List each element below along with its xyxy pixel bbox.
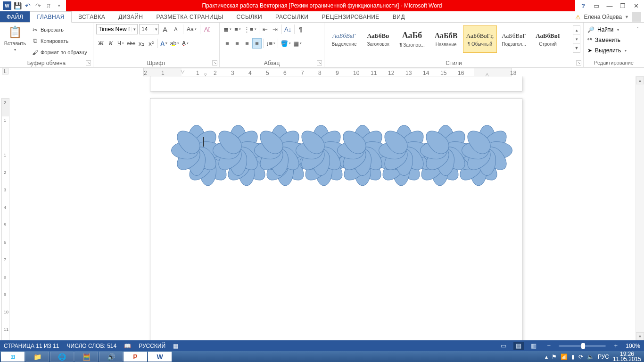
justify-button[interactable]: ≡	[252, 38, 262, 49]
underline-button[interactable]: Ч▾	[116, 38, 125, 49]
scroll-up-icon[interactable]: ▴	[636, 76, 644, 84]
styles-scroll[interactable]: ▴ ▾ ▼	[573, 25, 580, 53]
sync-icon[interactable]: ⟳	[578, 354, 583, 360]
zoom-in-icon[interactable]: +	[611, 342, 621, 350]
minimize-icon[interactable]: —	[603, 1, 616, 10]
start-button[interactable]: ⊞	[1, 352, 25, 362]
calc-button[interactable]: 🧮	[74, 352, 98, 362]
zoom-slider[interactable]	[559, 345, 606, 347]
clear-format-button[interactable]: Aͯ	[203, 24, 212, 34]
shrink-font-button[interactable]: A	[171, 24, 181, 34]
language-status[interactable]: РУССКИЙ	[139, 343, 165, 349]
style-item[interactable]: АаБбВНазвание	[429, 25, 463, 53]
document-canvas[interactable]	[11, 76, 636, 340]
avatar[interactable]	[632, 12, 641, 22]
zoom-out-icon[interactable]: −	[544, 342, 554, 350]
highlight-button[interactable]: ab▾	[169, 38, 180, 49]
paste-dropdown-icon[interactable]: ▾	[14, 48, 16, 52]
style-item[interactable]: АаБбВвГПодзагол...	[497, 25, 531, 53]
strike-button[interactable]: abc	[126, 38, 136, 49]
indent-marker-icon[interactable]: ▽	[181, 68, 184, 74]
page-count[interactable]: СТРАНИЦА 11 ИЗ 11	[4, 343, 59, 349]
bold-button[interactable]: Ж	[96, 38, 106, 49]
bullets-button[interactable]: ≣▾	[223, 24, 232, 34]
align-left-button[interactable]: ≡	[223, 38, 232, 49]
qat-more-icon[interactable]: ▾	[55, 1, 63, 10]
copy-button[interactable]: ⧉Копировать	[30, 36, 88, 46]
superscript-button[interactable]: x²	[147, 38, 156, 49]
word-count[interactable]: ЧИСЛО СЛОВ: 514	[67, 343, 117, 349]
cut-button[interactable]: ✂Вырезать	[30, 25, 88, 35]
tab-design[interactable]: ДИЗАЙН	[112, 11, 149, 22]
change-case-button[interactable]: Aa▾	[186, 24, 198, 34]
proofing-icon[interactable]: 📖	[124, 343, 131, 349]
tab-home[interactable]: ГЛАВНАЯ	[30, 11, 72, 23]
arrow-down-icon[interactable]: ▾	[573, 35, 580, 44]
vertical-scrollbar[interactable]: ▴ ▾	[636, 76, 644, 340]
italic-button[interactable]: К	[106, 38, 116, 49]
battery-icon[interactable]: ▮	[571, 354, 575, 360]
media-button[interactable]: 🔊	[99, 352, 123, 362]
font-name-input[interactable]	[97, 25, 132, 34]
styles-gallery[interactable]: АаБбВвГВыделениеАаБбВвЗаголовокАаБб¶ Заг…	[327, 24, 570, 53]
collapse-ribbon-icon[interactable]: ˄	[633, 25, 642, 33]
zoom-thumb[interactable]	[581, 343, 585, 349]
borders-button[interactable]: ▦▾	[292, 38, 303, 49]
paragraph-launcher-icon[interactable]: ↘	[317, 60, 322, 66]
user-dropdown-icon[interactable]: ▼	[625, 15, 629, 19]
more-icon[interactable]: ▼	[573, 44, 580, 52]
chevron-down-icon[interactable]: ▾	[154, 27, 158, 32]
network-icon[interactable]: 📶	[561, 354, 568, 360]
tab-insert[interactable]: ВСТАВКА	[72, 11, 112, 22]
redo-icon[interactable]: ↷	[34, 1, 42, 10]
tab-selector[interactable]: L	[2, 68, 8, 74]
volume-icon[interactable]: 🔈	[587, 354, 594, 360]
paste-button[interactable]: 📋 Вставить ▾	[3, 24, 27, 53]
sort-button[interactable]: A↓	[283, 24, 293, 34]
style-item[interactable]: АаБбВвГВыделение	[327, 25, 361, 53]
tab-references[interactable]: ССЫЛКИ	[230, 11, 269, 22]
user-area[interactable]: ⚠ Елена Ойцева ▼	[575, 11, 641, 23]
powerpoint-button[interactable]: P	[124, 352, 147, 362]
arrow-up-icon[interactable]: ▴	[573, 26, 580, 35]
print-layout-icon[interactable]: ▤	[513, 342, 524, 350]
scroll-down-icon[interactable]: ▾	[636, 332, 644, 340]
restore-icon[interactable]: ❐	[617, 1, 629, 10]
shading-button[interactable]: 🪣▾	[280, 38, 292, 49]
align-center-button[interactable]: ≡	[232, 38, 242, 49]
chrome-button[interactable]: 🌐	[50, 352, 74, 362]
clipboard-launcher-icon[interactable]: ↘	[86, 60, 91, 66]
font-launcher-icon[interactable]: ↘	[212, 60, 217, 66]
equation-icon[interactable]: π	[44, 1, 53, 10]
save-icon[interactable]: 💾	[13, 1, 22, 10]
flag-icon[interactable]: ⚑	[552, 354, 557, 360]
show-marks-button[interactable]: ¶	[296, 24, 305, 34]
page[interactable]	[150, 98, 522, 340]
word-button[interactable]: W	[148, 352, 172, 362]
select-button[interactable]: ➤Выделить▾	[586, 45, 627, 56]
clock[interactable]: 19:2611.05.2015	[613, 352, 641, 362]
format-painter-button[interactable]: 🖌Формат по образцу	[30, 47, 88, 58]
explorer-button[interactable]: 📁	[25, 352, 49, 362]
ruler-vertical[interactable]: 211234567891011	[0, 76, 11, 340]
subscript-button[interactable]: x₂	[137, 38, 146, 49]
tab-mailings[interactable]: РАССЫЛКИ	[269, 11, 315, 22]
tab-view[interactable]: ВИД	[386, 11, 412, 22]
font-name-combo[interactable]: ▾	[96, 24, 138, 34]
text-effects-button[interactable]: A▾	[159, 38, 169, 49]
font-size-input[interactable]	[140, 25, 154, 34]
style-item[interactable]: АаБбВвГг,¶ Обычный	[463, 25, 497, 53]
read-mode-icon[interactable]: ▭	[498, 342, 509, 350]
tab-layout[interactable]: РАЗМЕТКА СТРАНИЦЫ	[150, 11, 230, 22]
zoom-level[interactable]: 100%	[626, 343, 640, 349]
ruler-horizontal[interactable]: 211234567891011121314151618 ▽ ▿ △	[11, 68, 644, 76]
tab-file[interactable]: ФАЙЛ	[0, 11, 30, 22]
ribbon-options-icon[interactable]: ▭	[590, 1, 603, 10]
numbering-button[interactable]: ≡▾	[233, 24, 242, 34]
chevron-down-icon[interactable]: ▾	[132, 27, 137, 32]
indent-button[interactable]: ⇥	[271, 24, 280, 34]
font-color-button[interactable]: A▾	[181, 38, 190, 49]
flower-shapes[interactable]	[174, 124, 499, 190]
replace-button[interactable]: ᵃᵇЗаменить	[586, 35, 627, 45]
styles-launcher-icon[interactable]: ↘	[576, 60, 581, 66]
